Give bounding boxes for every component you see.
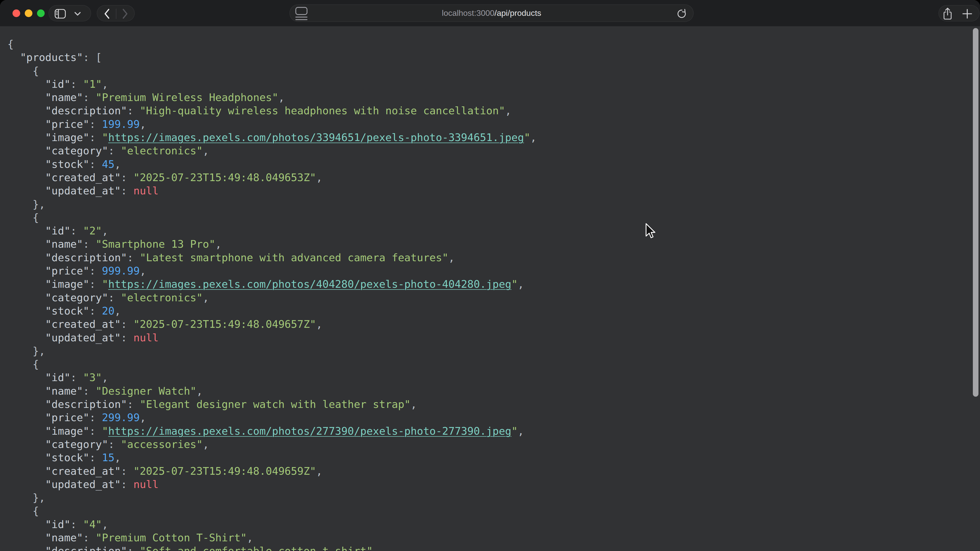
null-value: null: [134, 332, 159, 344]
code-line: "id": "2",: [7, 224, 537, 238]
sidebar-toggle-button[interactable]: [55, 9, 66, 19]
token-punct: ,: [505, 105, 511, 117]
code-line: "description": "Latest smartphone with a…: [7, 251, 537, 264]
page-settings-button[interactable]: [295, 6, 308, 21]
code-line: "description": "Elegant designer watch w…: [7, 398, 537, 411]
scrollbar-thumb[interactable]: [973, 28, 978, 397]
token-punct: :: [121, 318, 133, 330]
string-value: "accessories": [121, 438, 203, 451]
key-name: "name": [45, 385, 83, 397]
token-punct: :: [83, 238, 95, 250]
token-punct: ,: [247, 532, 253, 544]
key-price: "price": [45, 411, 89, 424]
key-stock: "stock": [45, 158, 89, 170]
string-value: "2": [83, 225, 102, 237]
code-line: "description": "Soft and comfortable cot…: [7, 545, 537, 551]
browser-window: localhost:3000/api/products: [0, 0, 980, 551]
code-line: "price": 299.99,: [7, 411, 537, 424]
url-text: localhost:3000/api/products: [290, 5, 693, 21]
token-punct: :: [108, 438, 121, 451]
back-button[interactable]: [103, 7, 111, 20]
token-punct: {: [33, 65, 39, 77]
json-response-viewer: { "products": [ { "id": "1", "name": "Pr…: [7, 38, 537, 551]
token-str: ": [102, 131, 108, 144]
key-category: "category": [45, 144, 108, 157]
null-value: null: [134, 478, 159, 491]
token-punct: },: [33, 198, 45, 210]
close-button[interactable]: [13, 10, 20, 17]
token-punct: },: [33, 345, 45, 357]
back-icon: [103, 7, 111, 20]
navigation-button-group: [97, 5, 135, 21]
code-line: "name": "Smartphone 13 Pro",: [7, 238, 537, 251]
string-value: "Elegant designer watch with leather str…: [140, 398, 410, 410]
string-value: "2025-07-23T15:49:48.049657Z": [134, 318, 316, 330]
token-punct: [: [96, 51, 102, 64]
forward-button[interactable]: [121, 7, 129, 20]
string-value: "Latest smartphone with advanced camera …: [140, 251, 449, 264]
code-line: {: [7, 38, 537, 51]
code-line: "name": "Premium Wireless Headphones",: [7, 91, 537, 104]
number-value: 299.99: [102, 411, 140, 424]
code-line: "updated_at": null: [7, 331, 537, 345]
page-icon: [295, 6, 308, 21]
zoom-button[interactable]: [37, 10, 45, 17]
string-value: "1": [83, 78, 102, 90]
json-link[interactable]: https://images.pexels.com/photos/3394651…: [108, 131, 524, 144]
key-created_at: "created_at": [45, 171, 121, 184]
code-line: "description": "High-quality wireless he…: [7, 104, 537, 118]
token-punct: ,: [316, 318, 323, 330]
key-image: "image": [45, 131, 89, 144]
key-id: "id": [45, 372, 70, 384]
mouse-cursor: [645, 223, 656, 240]
code-line: "price": 199.99,: [7, 118, 537, 131]
token-str: ": [524, 131, 530, 144]
key-stock: "stock": [45, 451, 89, 464]
tab-group-dropdown-button[interactable]: [74, 12, 81, 16]
number-value: 15: [102, 451, 115, 464]
key-created_at: "created_at": [45, 465, 121, 477]
token-punct: ,: [215, 238, 222, 250]
string-value: "electronics": [121, 144, 203, 157]
token-punct: ,: [203, 292, 209, 304]
token-punct: ,: [410, 398, 417, 410]
number-value: 999.99: [102, 265, 140, 277]
token-punct: ,: [115, 158, 121, 170]
token-punct: :: [83, 91, 95, 103]
string-value: "4": [83, 518, 102, 530]
token-punct: :: [89, 411, 102, 424]
new-tab-button[interactable]: [963, 9, 972, 19]
key-products: "products": [20, 51, 83, 64]
key-description: "description": [45, 105, 127, 117]
string-value: "Designer Watch": [96, 385, 197, 397]
token-punct: ,: [203, 144, 209, 157]
browser-toolbar: localhost:3000/api/products: [0, 0, 980, 26]
json-link[interactable]: https://images.pexels.com/photos/277390/…: [108, 425, 511, 437]
code-line: {: [7, 211, 537, 224]
key-category: "category": [45, 292, 108, 304]
token-punct: ,: [102, 518, 108, 530]
code-line: "category": "accessories",: [7, 438, 537, 451]
token-punct: },: [33, 492, 45, 504]
code-line: "id": "3",: [7, 371, 537, 384]
share-button[interactable]: [942, 7, 953, 21]
token-punct: ,: [316, 171, 323, 184]
token-punct: :: [108, 144, 121, 157]
root-open-brace: {: [7, 38, 14, 50]
token-punct: :: [83, 532, 95, 544]
token-punct: :: [70, 225, 83, 237]
token-punct: ,: [517, 278, 524, 290]
token-punct: ,: [115, 305, 121, 317]
token-punct: ,: [102, 372, 108, 384]
code-line: "price": 999.99,: [7, 264, 537, 278]
chevron-down-icon: [74, 12, 81, 16]
forward-icon: [121, 7, 129, 20]
address-bar[interactable]: localhost:3000/api/products: [290, 4, 694, 22]
json-link[interactable]: https://images.pexels.com/photos/404280/…: [108, 278, 511, 290]
token-punct: {: [33, 211, 39, 224]
minimize-button[interactable]: [25, 10, 32, 17]
token-punct: ,: [197, 385, 203, 397]
reload-button[interactable]: [676, 8, 687, 20]
string-value: "electronics": [121, 292, 203, 304]
token-punct: :: [108, 292, 121, 304]
